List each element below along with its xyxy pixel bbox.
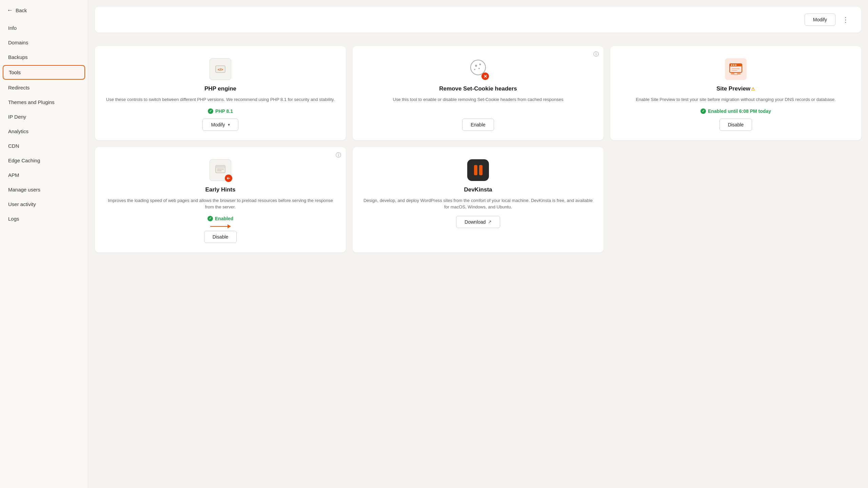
cookie-info-icon[interactable]: ⓘ [593, 51, 599, 58]
devkinsta-download-label: Download [465, 219, 486, 225]
devkinsta-icon-wrap [467, 159, 489, 181]
svg-rect-16 [734, 74, 738, 75]
sidebar-item-cdn[interactable]: CDN [0, 139, 88, 153]
top-modify-button[interactable]: Modify [805, 14, 835, 26]
early-hints-disable-button[interactable]: Disable [204, 231, 237, 243]
devkinsta-title: DevKinsta [464, 186, 492, 193]
svg-point-9 [731, 64, 732, 66]
php-engine-icon: </> [210, 58, 231, 80]
arrow-line [210, 226, 231, 227]
sidebar-item-apm[interactable]: APM [0, 168, 88, 182]
sidebar-item-domains[interactable]: Domains [0, 35, 88, 50]
sidebar-item-tools[interactable]: Tools [3, 65, 85, 80]
sidebar-item-analytics[interactable]: Analytics [0, 124, 88, 139]
svg-rect-14 [731, 73, 734, 75]
svg-point-10 [733, 64, 734, 66]
arrow-indicator [210, 226, 231, 227]
php-modify-button[interactable]: Modify ▾ [202, 119, 238, 131]
more-options-button[interactable]: ⋮ [840, 14, 852, 25]
svg-rect-20 [217, 170, 222, 171]
svg-rect-18 [216, 165, 225, 168]
svg-point-11 [735, 64, 736, 66]
sidebar-item-themes-plugins[interactable]: Themes and Plugins [0, 95, 88, 109]
early-hints-card: ⓘ Early Hints Impro [95, 147, 346, 252]
svg-rect-13 [732, 70, 737, 71]
php-engine-title: PHP engine [204, 85, 236, 92]
top-card: Modify ⋮ [95, 7, 861, 33]
sidebar-item-logs[interactable]: Logs [0, 211, 88, 226]
svg-rect-19 [217, 169, 224, 169]
site-preview-title: Site Preview⚠ [716, 85, 755, 92]
sidebar-item-redirects[interactable]: Redirects [0, 80, 88, 95]
php-chevron-icon: ▾ [228, 122, 230, 127]
php-engine-card: </> PHP engine Use these controls to swi… [95, 46, 346, 140]
site-preview-status-text: Enabled until 6:08 PM today [708, 108, 771, 114]
site-preview-status-dot [701, 108, 706, 114]
devkinsta-download-button[interactable]: Download ↗ [456, 216, 500, 228]
cookie-icon-wrap: ✕ [467, 58, 489, 80]
cards-grid: </> PHP engine Use these controls to swi… [88, 39, 868, 259]
cookie-title: Remove Set-Cookie headers [439, 85, 517, 92]
cookie-enable-button[interactable]: Enable [462, 119, 494, 131]
sidebar: ← Back InfoDomainsBackupsToolsRedirectsT… [0, 0, 88, 488]
php-status-text: PHP 8.1 [215, 108, 233, 114]
early-hints-status-dot [208, 216, 213, 221]
early-hints-title: Early Hints [205, 186, 236, 193]
svg-point-5 [479, 64, 481, 65]
php-engine-status: PHP 8.1 [208, 108, 233, 114]
back-label: Back [16, 7, 27, 13]
sidebar-item-user-activity[interactable]: User activity [0, 197, 88, 211]
site-preview-icon [725, 58, 747, 80]
site-preview-status: Enabled until 6:08 PM today [701, 108, 771, 114]
cookie-desc: Use this tool to enable or disable remov… [393, 96, 564, 103]
devkinsta-desc: Design, develop, and deploy WordPress si… [362, 197, 594, 210]
sidebar-nav: InfoDomainsBackupsToolsRedirectsThemes a… [0, 19, 88, 227]
svg-rect-12 [732, 68, 740, 69]
site-preview-card: Site Preview⚠ Enable Site Preview to tes… [610, 46, 861, 140]
early-hints-info-icon[interactable]: ⓘ [336, 152, 341, 159]
sidebar-item-info[interactable]: Info [0, 21, 88, 35]
svg-point-4 [478, 68, 480, 69]
php-modify-label: Modify [211, 122, 225, 127]
php-status-dot [208, 108, 213, 114]
early-hints-status: Enabled [208, 216, 233, 221]
sidebar-item-edge-caching[interactable]: Edge Caching [0, 153, 88, 168]
site-preview-desc: Enable Site Preview to test your site be… [636, 96, 836, 103]
devkinsta-bar-right [479, 165, 482, 175]
early-hints-icon [210, 159, 231, 181]
svg-point-6 [474, 69, 475, 70]
cookie-card: ⓘ ✕ Remove Set-Cookie headers Use this t… [353, 46, 604, 140]
early-hints-status-text: Enabled [215, 216, 233, 221]
cookie-x-icon: ✕ [481, 73, 489, 80]
svg-rect-15 [737, 73, 741, 75]
sidebar-item-ip-deny[interactable]: IP Deny [0, 109, 88, 124]
sidebar-item-backups[interactable]: Backups [0, 50, 88, 64]
back-arrow-icon: ← [7, 7, 13, 14]
devkinsta-card: DevKinsta Design, develop, and deploy Wo… [353, 147, 604, 252]
early-hints-red-icon [225, 175, 232, 182]
php-engine-desc: Use these controls to switch between dif… [106, 96, 335, 103]
devkinsta-icon [467, 159, 489, 181]
svg-point-3 [475, 65, 477, 67]
early-hints-icon-wrap [210, 159, 231, 181]
svg-text:</>: </> [218, 67, 223, 72]
site-preview-disable-button[interactable]: Disable [719, 119, 752, 131]
top-card-actions: Modify ⋮ [805, 14, 852, 26]
devkinsta-bar-left [474, 165, 477, 175]
site-preview-warning-icon: ⚠ [751, 86, 755, 92]
main-content: Modify ⋮ </> PHP engine Use these contro… [88, 0, 868, 488]
back-button[interactable]: ← Back [0, 0, 88, 19]
sidebar-item-manage-users[interactable]: Manage users [0, 182, 88, 197]
external-link-icon: ↗ [488, 219, 492, 224]
early-hints-desc: Improves the loading speed of web pages … [104, 197, 336, 210]
